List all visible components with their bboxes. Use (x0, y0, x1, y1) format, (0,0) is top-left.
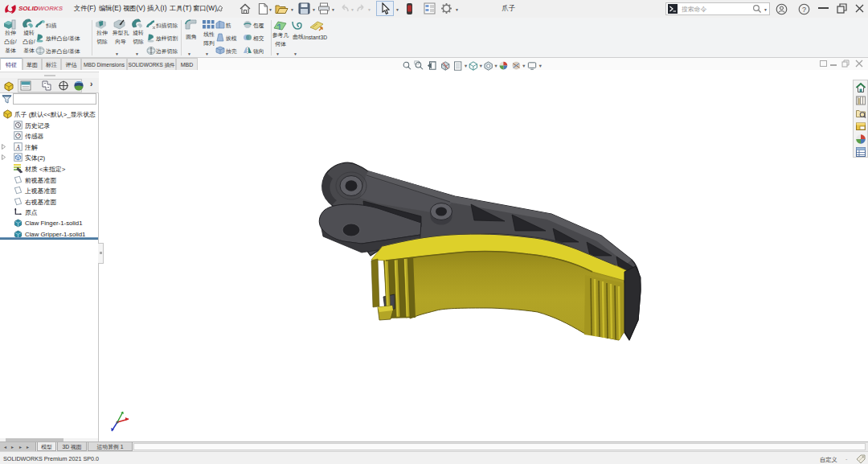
svg-text:A: A (15, 143, 20, 150)
